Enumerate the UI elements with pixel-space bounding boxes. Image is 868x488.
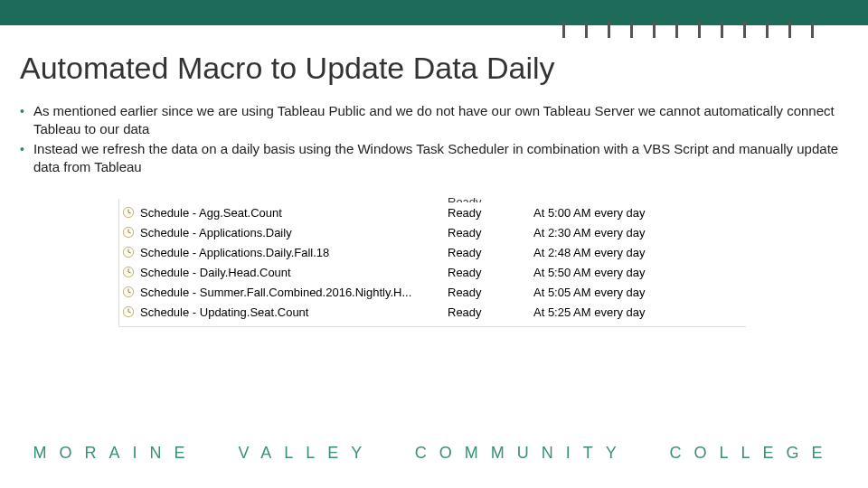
bullet-marker: • — [20, 140, 24, 158]
bullet-item: • As mentioned earlier since we are usin… — [20, 102, 848, 138]
task-row: Schedule - Agg.Seat.Count Ready At 5:00 … — [122, 202, 746, 222]
footer-text: MORAINE VALLEY COMMUNITY COLLEGE — [0, 444, 868, 463]
bullet-marker: • — [20, 102, 24, 120]
task-trigger: At 5:05 AM every day — [533, 286, 746, 299]
task-name: Schedule - Daily.Head.Count — [140, 266, 291, 279]
task-row: Schedule - Applications.Daily.Fall.18 Re… — [122, 242, 746, 262]
decorative-ticks — [562, 22, 814, 38]
clock-icon — [122, 266, 135, 278]
task-status: Ready — [448, 195, 533, 202]
task-row: Schedule - Summer.Fall.Combined.2016.Nig… — [122, 282, 746, 302]
bullet-item: • Instead we refresh the data on a daily… — [20, 140, 848, 176]
task-name: Schedule - Updating.Seat.Count — [140, 305, 308, 319]
task-scheduler-screenshot: Ready Schedule - Agg.Seat.Count Ready At… — [122, 192, 746, 322]
task-row: Schedule - Applications.Daily Ready At 2… — [122, 222, 746, 242]
bullet-text: Instead we refresh the data on a daily b… — [33, 140, 848, 176]
task-status: Ready — [448, 286, 533, 299]
task-row: Schedule - Updating.Seat.Count Ready At … — [122, 302, 746, 322]
task-name: Schedule - Summer.Fall.Combined.2016.Nig… — [140, 286, 411, 299]
task-status: Ready — [448, 226, 533, 239]
clock-icon — [122, 286, 135, 298]
divider-vertical — [118, 199, 119, 327]
task-status: Ready — [448, 246, 533, 259]
task-status: Ready — [448, 305, 533, 319]
task-name: Schedule - Applications.Daily — [140, 226, 292, 239]
task-name: Schedule - Agg.Seat.Count — [140, 206, 282, 220]
clock-icon — [122, 305, 135, 318]
task-trigger: At 5:50 AM every day — [533, 266, 746, 279]
bullet-list: • As mentioned earlier since we are usin… — [0, 95, 868, 176]
clock-icon — [122, 206, 135, 219]
bullet-text: As mentioned earlier since we are using … — [33, 102, 848, 138]
task-row: Schedule - Daily.Head.Count Ready At 5:5… — [122, 262, 746, 282]
task-row-partial: Ready — [122, 193, 746, 202]
task-status: Ready — [448, 266, 533, 279]
task-trigger: At 5:25 AM every day — [533, 305, 746, 319]
task-trigger: At 5:00 AM every day — [533, 206, 746, 220]
task-status: Ready — [448, 206, 533, 220]
task-trigger: At 2:30 AM every day — [533, 226, 746, 239]
divider-horizontal — [118, 326, 746, 327]
task-trigger: At 2:48 AM every day — [533, 246, 746, 259]
task-name: Schedule - Applications.Daily.Fall.18 — [140, 246, 329, 259]
clock-icon — [122, 246, 135, 258]
clock-icon — [122, 226, 135, 239]
